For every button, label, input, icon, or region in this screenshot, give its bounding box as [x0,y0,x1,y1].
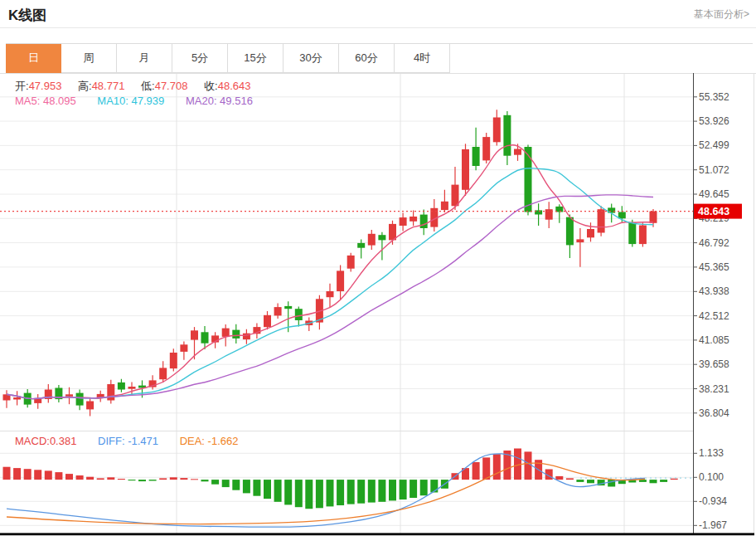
candles-layer [3,110,657,416]
panel-borders [0,73,756,534]
macd-axis-label: -0.934 [699,495,727,507]
price-axis-label: 43.938 [699,285,729,297]
macd-axis-label: 1.133 [699,447,724,459]
macd-axis-label: -1.967 [699,519,727,531]
macd-histogram-layer [3,449,694,509]
price-axis-label: 41.085 [699,334,729,346]
price-axis-label: 46.792 [699,237,729,249]
kline-chart[interactable]: 55.35253.92652.49951.07249.64548.21946.7… [0,0,756,536]
price-axis-label: 39.658 [699,358,729,370]
price-axis-label: 45.365 [699,261,729,273]
price-axis-label: 53.926 [699,115,729,127]
price-axis-label: 38.231 [699,383,729,395]
price-axis: 55.35253.92652.49951.07249.64548.21946.7… [693,73,729,534]
svg-text:48.643: 48.643 [698,206,729,217]
current-price-tag: 48.643 [694,204,742,219]
bottom-axis-border [0,533,754,535]
price-axis-label: 42.512 [699,310,729,322]
price-axis-label: 36.804 [699,407,729,419]
price-axis-label: 49.645 [699,188,729,200]
kline-page: K线图 基本面分析> 日 周 月 5分 15分 30分 60分 4时 55.35… [0,0,756,536]
ma-lines-layer [7,145,653,399]
macd-axis-label: 0.100 [699,471,724,483]
macd-lines-layer [7,454,645,527]
gridlines [0,73,693,534]
price-axis-label: 52.499 [699,139,729,151]
price-axis-label: 55.352 [699,91,729,103]
price-axis-label: 51.072 [699,164,729,176]
